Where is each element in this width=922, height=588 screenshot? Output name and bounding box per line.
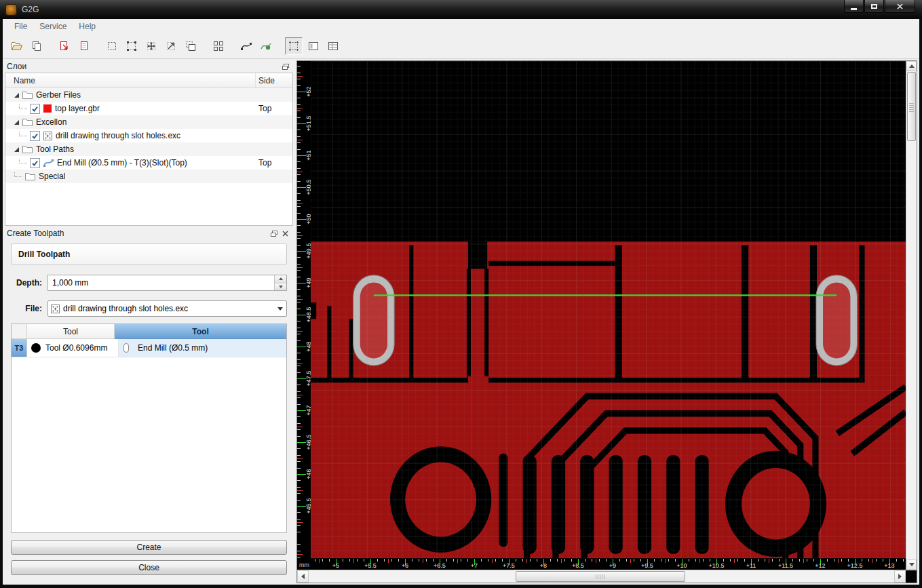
tool-column-header-selected[interactable]: Tool bbox=[115, 324, 286, 339]
show-points-icon[interactable] bbox=[285, 37, 303, 55]
h-ruler-label: +5 bbox=[332, 562, 339, 569]
excellon-file-icon bbox=[51, 305, 60, 313]
minimize-icon bbox=[851, 8, 857, 10]
open-folder-icon[interactable] bbox=[8, 37, 26, 55]
horizontal-scroll-thumb[interactable] bbox=[516, 571, 685, 582]
select-move-icon[interactable] bbox=[142, 37, 160, 55]
h-ruler-label: +6 bbox=[402, 562, 408, 569]
horizontal-scroll-track[interactable] bbox=[309, 570, 894, 583]
expander-icon[interactable] bbox=[14, 120, 19, 125]
layer-label: drill drawing through slot holes.exc bbox=[56, 131, 180, 140]
viewport-pane: +52+51.5+51+50.5+50+49.5+49+48.5+48+47.5… bbox=[296, 60, 917, 583]
v-ruler-label: +51 bbox=[305, 150, 311, 160]
spin-up-button[interactable] bbox=[275, 275, 286, 283]
column-name[interactable]: Name bbox=[5, 73, 256, 87]
arc-tool-icon[interactable] bbox=[237, 37, 255, 55]
select-copy-icon[interactable] bbox=[182, 37, 199, 55]
tool-column-header[interactable]: Tool bbox=[27, 324, 115, 339]
create-toolpath-title: Create Toolpath bbox=[7, 229, 64, 238]
vertical-scroll-track[interactable] bbox=[906, 71, 917, 560]
h-ruler-label: +10.5 bbox=[709, 562, 725, 569]
scroll-up-icon[interactable] bbox=[906, 61, 917, 71]
create-toolpath-panel: Create Toolpath Drill Toolpath Depth: bbox=[5, 227, 293, 583]
file-combobox[interactable]: drill drawing through slot holes.exc bbox=[47, 300, 287, 317]
close-button[interactable] bbox=[885, 0, 915, 13]
v-ruler-label: +47 bbox=[305, 405, 311, 415]
expander-icon[interactable] bbox=[14, 93, 19, 98]
ruler-unit-label: mm bbox=[299, 562, 309, 568]
folder-icon bbox=[22, 118, 33, 126]
maximize-button[interactable] bbox=[864, 0, 884, 13]
horizontal-scrollbar[interactable] bbox=[297, 570, 906, 583]
tree-connector bbox=[14, 172, 22, 177]
menu-file[interactable]: File bbox=[8, 20, 33, 33]
arc-edit-icon[interactable] bbox=[257, 37, 275, 55]
close-panel-icon[interactable] bbox=[280, 229, 291, 239]
toolpath-table-icon[interactable] bbox=[324, 37, 342, 55]
depth-spinbox[interactable]: 1,000 mm bbox=[47, 275, 287, 291]
layer-checkbox[interactable] bbox=[30, 104, 40, 114]
vertical-scroll-thumb[interactable] bbox=[907, 72, 916, 141]
float-panel-icon[interactable] bbox=[268, 229, 280, 239]
tree-connector bbox=[19, 131, 27, 137]
tool-diameter-label: Tool Ø0.6096mm bbox=[45, 343, 107, 353]
expander-icon[interactable] bbox=[14, 147, 19, 152]
layer-row-gerber-files[interactable]: Gerber Files bbox=[5, 88, 292, 102]
v-ruler-label: +48.5 bbox=[305, 307, 311, 323]
scroll-down-icon[interactable] bbox=[906, 560, 917, 570]
layers-panel: Слои Name Side bbox=[5, 60, 293, 226]
end-mill-label: End Mill (Ø0.5 mm) bbox=[138, 343, 208, 353]
minimize-button[interactable] bbox=[844, 0, 864, 13]
layer-row-top-layer[interactable]: top layer.gbr Top bbox=[5, 102, 292, 115]
close-toolpath-button[interactable]: Close bbox=[11, 560, 287, 575]
grid-overlay bbox=[297, 61, 906, 570]
layers-panel-title: Слои bbox=[7, 62, 26, 71]
import-gerber-icon[interactable] bbox=[56, 37, 73, 55]
tool-row-id[interactable]: T3 bbox=[12, 339, 27, 357]
check-icon bbox=[31, 159, 39, 167]
folder-icon bbox=[25, 172, 35, 180]
v-ruler-label: +49 bbox=[305, 277, 311, 288]
select-resize-icon[interactable] bbox=[123, 37, 140, 55]
column-side[interactable]: Side bbox=[256, 73, 292, 87]
h-ruler-label: +13 bbox=[884, 562, 894, 569]
create-toolpath-header: Create Toolpath bbox=[5, 227, 293, 239]
layer-row-tool-paths[interactable]: Tool Paths bbox=[5, 142, 292, 156]
scroll-right-icon[interactable] bbox=[894, 570, 906, 583]
menu-help[interactable]: Help bbox=[73, 20, 102, 33]
toolbar bbox=[3, 34, 919, 59]
layers-tree: Name Side Gerber Files bbox=[5, 73, 293, 226]
pcb-canvas[interactable]: +52+51.5+51+50.5+50+49.5+49+48.5+48+47.5… bbox=[297, 61, 906, 570]
tool-table-row[interactable]: T3 Tool Ø0.6096mm End Mill (Ø0.5 mm) bbox=[12, 339, 286, 357]
layer-side: Top bbox=[256, 104, 292, 113]
v-ruler-label: +50.5 bbox=[305, 180, 311, 195]
layer-label: Special bbox=[39, 172, 65, 181]
remove-gerber-icon[interactable] bbox=[75, 37, 93, 55]
layer-checkbox[interactable] bbox=[30, 158, 40, 168]
v-ruler-label: +49.5 bbox=[305, 243, 311, 259]
combobox-dropdown-icon[interactable] bbox=[274, 301, 286, 316]
check-icon bbox=[31, 105, 39, 113]
horizontal-ruler: mm +5+5.5+6+6.5+7+7.5+8+8.5+9+9.5+10+10.… bbox=[297, 559, 906, 570]
layer-row-special[interactable]: Special bbox=[5, 170, 292, 183]
layer-checkbox[interactable] bbox=[30, 131, 40, 141]
copy-layer-icon[interactable] bbox=[28, 37, 45, 55]
select-scale-icon[interactable] bbox=[162, 37, 180, 55]
group-objects-icon[interactable] bbox=[210, 37, 227, 55]
h-ruler-label: +10 bbox=[676, 562, 687, 569]
float-panel-icon[interactable] bbox=[280, 62, 291, 72]
spin-down-button[interactable] bbox=[275, 283, 286, 291]
create-button[interactable]: Create bbox=[11, 540, 287, 555]
board-view-icon[interactable] bbox=[305, 37, 322, 55]
vertical-scrollbar[interactable] bbox=[906, 61, 917, 570]
h-ruler-label: +12.5 bbox=[847, 562, 863, 569]
select-rect-icon[interactable] bbox=[103, 37, 121, 55]
layer-row-excellon[interactable]: Excellon bbox=[5, 115, 292, 129]
v-ruler-label: +51.5 bbox=[305, 116, 311, 132]
layer-row-end-mill[interactable]: End Mill (Ø0.5 mm) - T(3)(Slot)(Top) Top bbox=[5, 156, 292, 170]
scroll-left-icon[interactable] bbox=[297, 570, 309, 583]
menu-service[interactable]: Service bbox=[33, 20, 73, 33]
h-ruler-label: +8.5 bbox=[572, 562, 584, 569]
layer-row-drill-file[interactable]: drill drawing through slot holes.exc bbox=[5, 129, 292, 142]
folder-icon bbox=[22, 145, 33, 153]
